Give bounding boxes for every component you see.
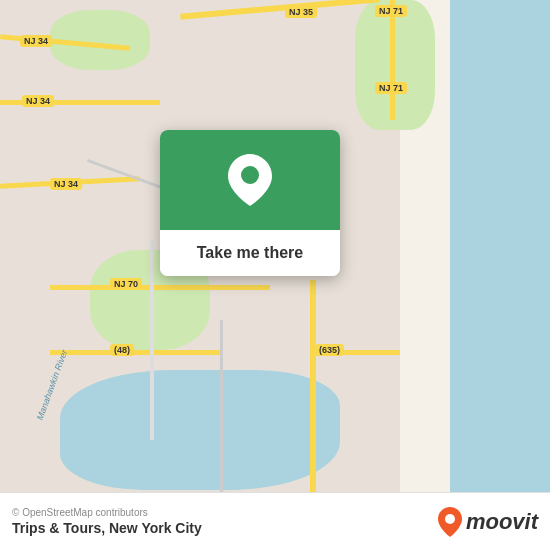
park-top-right	[355, 0, 435, 130]
svg-point-1	[445, 514, 455, 524]
moovit-brand-text: moovit	[466, 509, 538, 535]
road-nj35-horizontal	[180, 0, 380, 20]
moovit-logo: moovit	[438, 507, 538, 537]
road-white-3	[220, 320, 223, 500]
route-badge-r48: (48)	[110, 344, 134, 356]
road-nj35-vertical	[310, 280, 316, 500]
route-badge-nj70: NJ 70	[110, 278, 142, 290]
bottom-bar: © OpenStreetMap contributors Trips & Tou…	[0, 492, 550, 550]
location-text: Trips & Tours, New York City	[12, 520, 202, 536]
popup-button-label: Take me there	[197, 244, 303, 262]
route-badge-r635: (635)	[315, 344, 344, 356]
bay	[60, 370, 340, 490]
ocean	[440, 0, 550, 550]
svg-point-0	[241, 166, 259, 184]
route-badge-nj71-top: NJ 71	[375, 5, 407, 17]
location-pin-icon	[228, 154, 272, 206]
popup-header	[160, 130, 340, 230]
bottom-left-info: © OpenStreetMap contributors Trips & Tou…	[12, 507, 202, 536]
route-badge-nj34-top: NJ 34	[20, 35, 52, 47]
moovit-pin-icon	[438, 507, 462, 537]
road-nj71	[390, 0, 395, 120]
take-me-there-button[interactable]: Take me there	[160, 230, 340, 276]
map-container: NJ 34NJ 34NJ 34NJ 35NJ 71NJ 71NJ 70(48)(…	[0, 0, 550, 550]
copyright-text: © OpenStreetMap contributors	[12, 507, 202, 518]
road-nj70	[50, 285, 270, 290]
route-badge-nj35-top: NJ 35	[285, 6, 317, 18]
route-badge-nj71-mid: NJ 71	[375, 82, 407, 94]
route-badge-nj34-mid: NJ 34	[22, 95, 54, 107]
road-48	[50, 350, 220, 355]
popup-card: Take me there	[160, 130, 340, 276]
road-white-1	[150, 240, 154, 440]
route-badge-nj34-low: NJ 34	[50, 178, 82, 190]
